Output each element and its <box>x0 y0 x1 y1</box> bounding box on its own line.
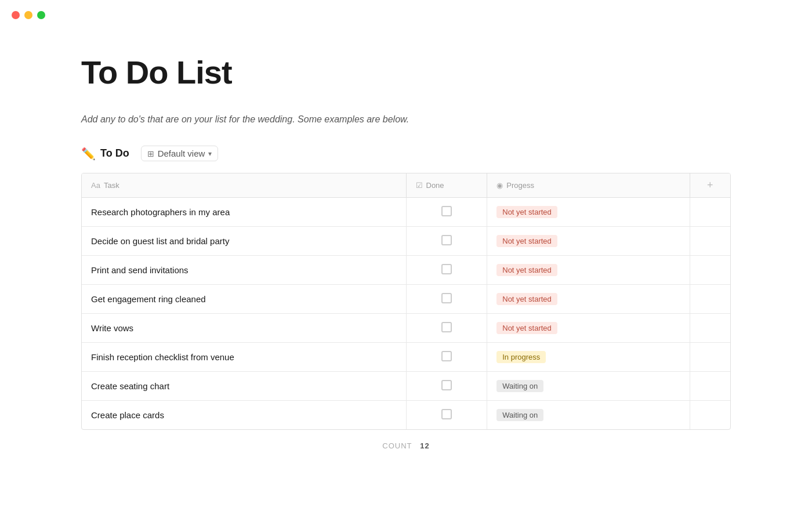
close-button[interactable] <box>12 11 20 19</box>
checkbox-5[interactable] <box>441 351 452 361</box>
extra-cell-2 <box>690 256 730 285</box>
task-cell-0[interactable]: Research photographers in my area <box>82 198 406 227</box>
add-column-icon[interactable]: + <box>707 179 713 191</box>
task-cell-6[interactable]: Create seating chart <box>82 372 406 401</box>
progress-cell-0[interactable]: Not yet started <box>487 198 690 227</box>
maximize-button[interactable] <box>37 11 45 19</box>
extra-cell-7 <box>690 401 730 430</box>
progress-cell-4[interactable]: Not yet started <box>487 314 690 343</box>
task-cell-2[interactable]: Print and send invitations <box>82 256 406 285</box>
col-progress-label: Progess <box>506 181 534 190</box>
task-cell-3[interactable]: Get engagement ring cleaned <box>82 285 406 314</box>
table-container: Aa Task ☑ Done ◉ Progess <box>81 173 731 430</box>
checkbox-3[interactable] <box>441 293 452 303</box>
page-description: Add any to do's that are on your list fo… <box>81 114 731 125</box>
done-cell-1 <box>406 227 487 256</box>
main-content: To Do List Add any to do's that are on y… <box>0 30 812 497</box>
done-cell-3 <box>406 285 487 314</box>
table-row: Finish reception checklist from venueIn … <box>82 343 730 372</box>
extra-cell-5 <box>690 343 730 372</box>
status-badge-4[interactable]: Not yet started <box>496 322 557 334</box>
col-task-label: Task <box>104 181 119 190</box>
task-cell-7[interactable]: Create place cards <box>82 401 406 430</box>
table-row: Research photographers in my areaNot yet… <box>82 198 730 227</box>
table-row: Create seating chartWaiting on <box>82 372 730 401</box>
extra-cell-6 <box>690 372 730 401</box>
table-row: Create place cardsWaiting on <box>82 401 730 430</box>
status-badge-6[interactable]: Waiting on <box>496 380 543 392</box>
col-header-done[interactable]: ☑ Done <box>406 173 487 198</box>
checkbox-0[interactable] <box>441 206 452 216</box>
status-badge-7[interactable]: Waiting on <box>496 409 543 421</box>
checkbox-6[interactable] <box>441 380 452 390</box>
extra-cell-3 <box>690 285 730 314</box>
progress-cell-3[interactable]: Not yet started <box>487 285 690 314</box>
status-badge-3[interactable]: Not yet started <box>496 293 557 305</box>
chevron-down-icon: ▾ <box>208 150 212 158</box>
titlebar <box>0 0 812 30</box>
progress-cell-6[interactable]: Waiting on <box>487 372 690 401</box>
done-cell-4 <box>406 314 487 343</box>
progress-cell-5[interactable]: In progress <box>487 343 690 372</box>
view-label: Default view <box>158 149 205 158</box>
extra-cell-4 <box>690 314 730 343</box>
table-footer: COUNT 12 <box>81 430 731 462</box>
table-row: Print and send invitationsNot yet starte… <box>82 256 730 285</box>
table-row: Write vowsNot yet started <box>82 314 730 343</box>
task-cell-5[interactable]: Finish reception checklist from venue <box>82 343 406 372</box>
minimize-button[interactable] <box>24 11 32 19</box>
checkbox-4[interactable] <box>441 322 452 332</box>
database-header: ✏️ To Do ⊞ Default view ▾ <box>81 146 731 161</box>
status-badge-5[interactable]: In progress <box>496 351 546 363</box>
col-header-progress[interactable]: ◉ Progess <box>487 173 690 198</box>
progress-cell-7[interactable]: Waiting on <box>487 401 690 430</box>
view-selector[interactable]: ⊞ Default view ▾ <box>141 146 219 161</box>
checkbox-type-icon: ☑ <box>416 181 423 190</box>
done-cell-2 <box>406 256 487 285</box>
tasks-table: Aa Task ☑ Done ◉ Progess <box>82 173 730 429</box>
status-badge-0[interactable]: Not yet started <box>496 206 557 218</box>
db-title-text: To Do <box>100 147 129 160</box>
table-row: Decide on guest list and bridal partyNot… <box>82 227 730 256</box>
col-header-task[interactable]: Aa Task <box>82 173 406 198</box>
extra-cell-1 <box>690 227 730 256</box>
db-title-group: ✏️ To Do <box>81 147 129 161</box>
done-cell-5 <box>406 343 487 372</box>
checkbox-1[interactable] <box>441 235 452 245</box>
done-cell-6 <box>406 372 487 401</box>
checkbox-2[interactable] <box>441 264 452 274</box>
db-emoji-icon: ✏️ <box>81 147 96 161</box>
done-cell-0 <box>406 198 487 227</box>
task-cell-1[interactable]: Decide on guest list and bridal party <box>82 227 406 256</box>
progress-cell-1[interactable]: Not yet started <box>487 227 690 256</box>
page-title: To Do List <box>81 53 731 91</box>
task-cell-4[interactable]: Write vows <box>82 314 406 343</box>
table-header-row: Aa Task ☑ Done ◉ Progess <box>82 173 730 198</box>
col-header-add[interactable]: + <box>690 173 730 198</box>
text-type-icon: Aa <box>91 181 100 190</box>
count-value: 12 <box>420 441 429 450</box>
table-row: Get engagement ring cleanedNot yet start… <box>82 285 730 314</box>
count-label: COUNT <box>382 441 412 450</box>
grid-icon: ⊞ <box>147 149 154 158</box>
status-badge-1[interactable]: Not yet started <box>496 235 557 247</box>
checkbox-7[interactable] <box>441 409 452 419</box>
done-cell-7 <box>406 401 487 430</box>
progress-cell-2[interactable]: Not yet started <box>487 256 690 285</box>
extra-cell-0 <box>690 198 730 227</box>
select-type-icon: ◉ <box>496 181 503 190</box>
status-badge-2[interactable]: Not yet started <box>496 264 557 276</box>
col-done-label: Done <box>426 181 444 190</box>
